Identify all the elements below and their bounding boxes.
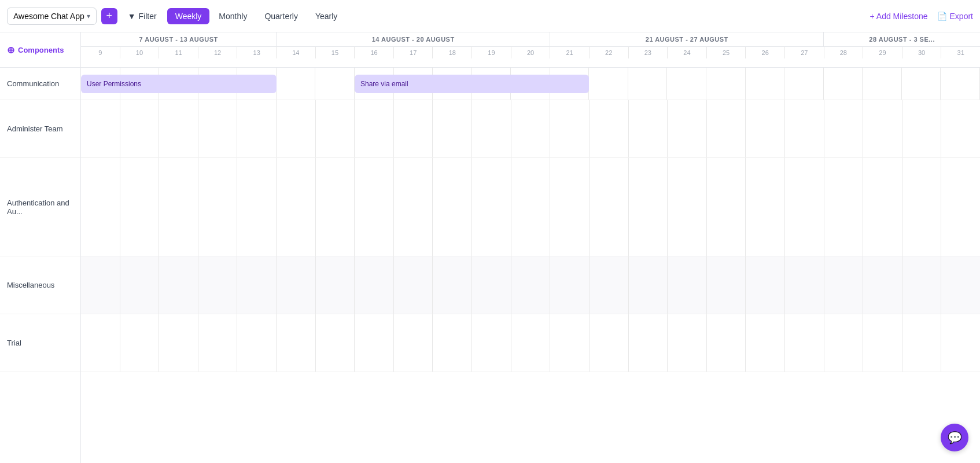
day-cell-18 bbox=[433, 100, 472, 157]
gantt-row-authentication bbox=[81, 158, 980, 256]
filter-icon: ▼ bbox=[128, 12, 136, 21]
day-cell-22 bbox=[590, 314, 629, 372]
day-cell-23 bbox=[629, 158, 668, 256]
export-icon: 📄 bbox=[937, 12, 947, 21]
filter-label: Filter bbox=[139, 12, 157, 21]
add-milestone-button[interactable]: + Add Milestone bbox=[870, 12, 928, 21]
day-cell-18 bbox=[433, 314, 472, 372]
day-cell-17 bbox=[394, 100, 433, 157]
day-header-10: 10 bbox=[120, 47, 160, 58]
add-item-button[interactable]: + bbox=[101, 8, 117, 24]
week-band-4: 28 AUGUST - 3 SE... bbox=[824, 32, 980, 46]
day-cell-26 bbox=[746, 100, 785, 157]
row-label-authentication: Authentication and Au... bbox=[0, 158, 80, 256]
day-cell-29 bbox=[863, 100, 902, 157]
export-button[interactable]: 📄 Export bbox=[937, 12, 973, 21]
chat-bubble[interactable]: 💬 bbox=[941, 424, 968, 451]
day-cell-28 bbox=[824, 158, 864, 256]
app-selector[interactable]: Awesome Chat App ▾ bbox=[7, 8, 97, 25]
task-bar-user-permissions[interactable]: User Permissions bbox=[81, 75, 277, 93]
day-cell-24 bbox=[668, 100, 707, 157]
row-label-administer-team: Administer Team bbox=[0, 100, 80, 158]
day-cell-27 bbox=[785, 256, 824, 314]
day-header-29: 29 bbox=[863, 47, 902, 58]
day-header-22: 22 bbox=[590, 47, 629, 58]
day-cell-28 bbox=[824, 100, 864, 157]
day-cell-15 bbox=[316, 158, 355, 256]
plus-circle-icon: ⊕ bbox=[7, 45, 14, 56]
day-cell-22 bbox=[590, 256, 629, 314]
gantt-row-communication: User PermissionsShare via email bbox=[81, 68, 980, 100]
day-cell-20 bbox=[511, 256, 551, 314]
day-cell-19 bbox=[472, 100, 511, 157]
header-actions: + Add Milestone 📄 Export bbox=[870, 12, 973, 21]
day-header-23: 23 bbox=[629, 47, 668, 58]
day-cell-26 bbox=[746, 158, 785, 256]
day-cell-29 bbox=[863, 314, 902, 372]
day-header-24: 24 bbox=[668, 47, 707, 58]
day-cell-10 bbox=[120, 256, 160, 314]
components-header: ⊕ Components bbox=[0, 32, 81, 67]
day-cell-14 bbox=[277, 158, 316, 256]
day-cell-15 bbox=[315, 68, 355, 100]
view-tabs: Weekly Monthly Quarterly Yearly bbox=[167, 8, 346, 24]
day-header-28: 28 bbox=[824, 47, 864, 58]
week-bands: 7 AUGUST - 13 AUGUST 14 AUGUST - 20 AUGU… bbox=[81, 32, 980, 47]
gantt-rows: User PermissionsShare via email bbox=[81, 68, 980, 463]
gantt-row-trial bbox=[81, 314, 980, 372]
plus-icon: + bbox=[106, 10, 112, 22]
day-cell-14 bbox=[277, 100, 316, 157]
day-cell-30 bbox=[902, 158, 942, 256]
tab-weekly[interactable]: Weekly bbox=[167, 8, 210, 24]
gantt-row-administer-team bbox=[81, 100, 980, 158]
day-cell-19 bbox=[472, 314, 511, 372]
day-cell-14 bbox=[277, 256, 316, 314]
day-cell-16 bbox=[355, 158, 394, 256]
tab-yearly[interactable]: Yearly bbox=[307, 8, 345, 24]
day-cell-17 bbox=[394, 158, 433, 256]
day-cell-15 bbox=[316, 314, 355, 372]
day-header-9: 9 bbox=[81, 47, 120, 58]
day-header-11: 11 bbox=[159, 47, 198, 58]
day-cell-12 bbox=[198, 158, 238, 256]
day-cell-16 bbox=[355, 100, 394, 157]
day-cell-24 bbox=[667, 68, 706, 100]
day-header-15: 15 bbox=[316, 47, 355, 58]
day-cell-31 bbox=[941, 158, 980, 256]
filter-button[interactable]: ▼ Filter bbox=[122, 8, 163, 24]
day-cell-25 bbox=[706, 68, 746, 100]
day-cell-24 bbox=[668, 314, 707, 372]
day-header-13: 13 bbox=[237, 47, 277, 58]
day-header-31: 31 bbox=[941, 47, 980, 58]
day-cell-10 bbox=[120, 158, 160, 256]
day-cell-9 bbox=[81, 314, 120, 372]
task-bar-share-via-email[interactable]: Share via email bbox=[355, 75, 589, 93]
tab-quarterly[interactable]: Quarterly bbox=[256, 8, 306, 24]
day-cell-24 bbox=[668, 158, 707, 256]
day-cell-29 bbox=[863, 158, 902, 256]
day-cell-30 bbox=[902, 256, 942, 314]
day-cell-31 bbox=[941, 256, 980, 314]
day-cell-15 bbox=[316, 100, 355, 157]
day-cell-21 bbox=[550, 158, 590, 256]
day-header-14: 14 bbox=[277, 47, 316, 58]
day-cell-12 bbox=[198, 314, 238, 372]
day-cell-27 bbox=[785, 158, 824, 256]
day-cell-16 bbox=[355, 256, 394, 314]
day-cell-15 bbox=[316, 256, 355, 314]
day-cell-18 bbox=[433, 256, 472, 314]
day-cell-28 bbox=[824, 68, 863, 100]
gantt-row-miscellaneous bbox=[81, 256, 980, 314]
day-cell-29 bbox=[863, 256, 902, 314]
tab-monthly[interactable]: Monthly bbox=[211, 8, 255, 24]
day-cell-25 bbox=[707, 256, 746, 314]
day-cell-11 bbox=[159, 314, 198, 372]
day-cell-24 bbox=[668, 256, 707, 314]
add-milestone-label: + Add Milestone bbox=[870, 12, 928, 21]
day-cell-23 bbox=[628, 68, 668, 100]
day-cell-12 bbox=[198, 100, 238, 157]
day-cell-31 bbox=[941, 68, 980, 100]
day-cell-21 bbox=[550, 100, 590, 157]
day-cell-30 bbox=[902, 314, 942, 372]
day-cell-13 bbox=[237, 256, 277, 314]
